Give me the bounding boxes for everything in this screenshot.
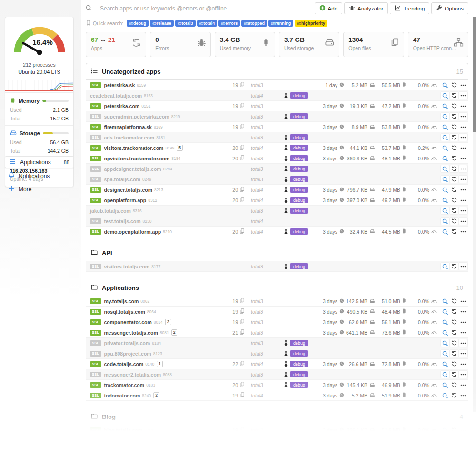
stat-card[interactable]: 0 Errors <box>150 32 210 57</box>
more-actions-button[interactable] <box>459 350 467 357</box>
app-row[interactable]: ccadebeal.totaljs.com 8153 total4 debug <box>86 90 468 101</box>
app-row[interactable]: SSLdemo.openplatform.app 8210 20 total4 … <box>86 227 468 237</box>
app-row[interactable]: SSLprivator.totaljs.com 8184 total3 debu… <box>86 338 468 348</box>
app-row[interactable]: SSLads.trackomator.com 8181 total3 debug <box>86 132 468 143</box>
app-row[interactable]: SSLopvisitors.trackomator.com 8184 20 to… <box>86 153 468 164</box>
restart-app-button[interactable] <box>450 82 458 89</box>
restart-app-button[interactable] <box>450 263 458 270</box>
app-row[interactable]: SSLvisitors.trackomator.com 81995 20 tot… <box>86 143 468 153</box>
app-name[interactable]: openplatform.app <box>104 198 147 203</box>
stat-card[interactable]: 67 ↔ 21 Apps <box>86 32 146 57</box>
app-name[interactable]: spa.totaljs.com <box>104 177 140 182</box>
search-input[interactable]: Search apps or use keywords @errors or @… <box>86 4 315 13</box>
inspect-app-button[interactable] <box>441 176 449 183</box>
inspect-app-button[interactable] <box>441 263 449 270</box>
restart-app-button[interactable] <box>450 113 458 120</box>
app-name[interactable]: blog.codecon.sk <box>104 438 144 444</box>
restart-app-button[interactable] <box>450 427 458 434</box>
inspect-app-button[interactable] <box>441 308 449 315</box>
app-name[interactable]: demo.openplatform.app <box>104 229 161 235</box>
app-name[interactable]: test.totaljs.com <box>104 218 141 224</box>
inspect-app-button[interactable] <box>441 113 449 120</box>
inspect-app-button[interactable] <box>441 228 449 235</box>
more-actions-button[interactable] <box>459 298 467 305</box>
more-actions-button[interactable] <box>459 145 467 151</box>
app-row[interactable]: SSLppu.808project.com 8123 total3 debug <box>86 348 468 359</box>
quick-search-tag[interactable]: @errors <box>218 20 240 27</box>
inspect-app-button[interactable] <box>441 134 449 141</box>
more-actions-button[interactable] <box>459 103 467 109</box>
more-actions-button[interactable] <box>459 263 467 270</box>
restart-app-button[interactable] <box>450 103 458 109</box>
app-row[interactable]: SSLmessenger.totaljs.com 80812 21 total3… <box>86 327 468 338</box>
app-name[interactable]: blog.totaljs.com <box>104 427 143 433</box>
add-button[interactable]: Add <box>315 2 342 14</box>
more-actions-button[interactable] <box>459 207 467 214</box>
app-name[interactable]: visitors.trackomator.com <box>104 145 164 151</box>
inspect-app-button[interactable] <box>441 155 449 162</box>
quick-search-tag[interactable]: @stopped <box>241 20 267 27</box>
restart-app-button[interactable] <box>450 350 458 357</box>
inspect-app-button[interactable] <box>441 339 449 347</box>
app-name[interactable]: appdesigner.totaljs.com <box>104 166 161 172</box>
quick-search-tag[interactable]: @total4 <box>197 20 218 27</box>
more-actions-button[interactable] <box>459 339 467 347</box>
app-row[interactable]: SSLopenplatform.app 8312 20 total4 debug… <box>86 195 468 206</box>
inspect-app-button[interactable] <box>441 382 449 388</box>
app-name[interactable]: designer.totaljs.com <box>104 187 153 193</box>
app-name[interactable]: opvisitors.trackomator.com <box>104 156 170 161</box>
quick-search-tag[interactable]: @total3 <box>175 20 196 27</box>
app-row[interactable]: SSLpetersirka.sk 8159 19 total3 1 day 5.… <box>86 80 468 90</box>
app-name[interactable]: firemnaplatforma.sk <box>104 124 152 130</box>
more-actions-button[interactable] <box>459 392 467 399</box>
restart-app-button[interactable] <box>450 228 458 235</box>
app-name[interactable]: petersirka.sk <box>104 82 135 88</box>
inspect-app-button[interactable] <box>441 218 449 225</box>
more-actions-button[interactable] <box>459 308 467 315</box>
app-name[interactable]: privator.totaljs.com <box>104 340 150 346</box>
app-row[interactable]: SSLfiremnaplatforma.sk 8169 19 total3 3 … <box>86 122 468 132</box>
app-name[interactable]: todomator.com <box>104 393 140 398</box>
inspect-app-button[interactable] <box>441 427 449 434</box>
inspect-app-button[interactable] <box>441 145 449 151</box>
restart-app-button[interactable] <box>450 361 458 367</box>
restart-app-button[interactable] <box>450 187 458 193</box>
options-button[interactable]: Options <box>431 2 468 14</box>
app-name[interactable]: my.totaljs.com <box>104 298 139 304</box>
stat-card[interactable]: 3.7 GB Used storage <box>279 32 339 57</box>
inspect-app-button[interactable] <box>441 361 449 367</box>
app-name[interactable]: messenger2.totaljs.com <box>104 372 161 377</box>
more-actions-button[interactable] <box>459 329 467 336</box>
restart-app-button[interactable] <box>450 437 458 444</box>
app-row[interactable]: SSLdesigner.totaljs.com 8213 20 total4 d… <box>86 185 468 195</box>
inspect-app-button[interactable] <box>441 329 449 336</box>
app-name[interactable]: componentator.com <box>104 319 152 325</box>
app-name[interactable]: nosql.totaljs.com <box>104 309 145 315</box>
more-actions-button[interactable] <box>459 155 467 162</box>
inspect-app-button[interactable] <box>441 371 449 378</box>
inspect-app-button[interactable] <box>441 82 449 89</box>
app-row[interactable]: SSLblog.totaljs.com 8313 19 total3 3 day… <box>86 425 468 436</box>
app-name[interactable]: code.totaljs.com <box>104 361 144 367</box>
more-actions-button[interactable] <box>459 124 467 130</box>
inspect-app-button[interactable] <box>441 92 449 99</box>
more-actions-button[interactable] <box>459 176 467 183</box>
sidebar-item-applications[interactable]: Applications 88 <box>5 156 74 168</box>
inspect-app-button[interactable] <box>441 197 449 204</box>
app-name[interactable]: petersirka.com <box>104 103 140 109</box>
app-row[interactable]: SSLcode.totaljs.com 81401 22 total4 debu… <box>86 359 468 369</box>
restart-app-button[interactable] <box>450 218 458 225</box>
restart-app-button[interactable] <box>450 165 458 172</box>
app-row[interactable]: SSLcomponentator.com 80142 19 total3 3 d… <box>86 317 468 327</box>
app-row[interactable]: SSLnosql.totaljs.com 8064 19 total3 3 da… <box>86 307 468 317</box>
restart-app-button[interactable] <box>450 145 458 151</box>
quick-search-tag[interactable]: @highpriority <box>295 20 327 27</box>
app-name[interactable]: superadmin.petersirka.com <box>104 114 169 119</box>
inspect-app-button[interactable] <box>441 392 449 399</box>
more-actions-button[interactable] <box>459 113 467 120</box>
inspect-app-button[interactable] <box>441 124 449 130</box>
stat-card[interactable]: 1304 Open files <box>343 32 404 57</box>
app-row[interactable]: SSLappdesigner.totaljs.com 8294 total3 d… <box>86 164 468 174</box>
inspect-app-button[interactable] <box>441 350 449 357</box>
app-row[interactable]: SSLmessenger2.totaljs.com 8088 total3 de… <box>86 369 468 380</box>
